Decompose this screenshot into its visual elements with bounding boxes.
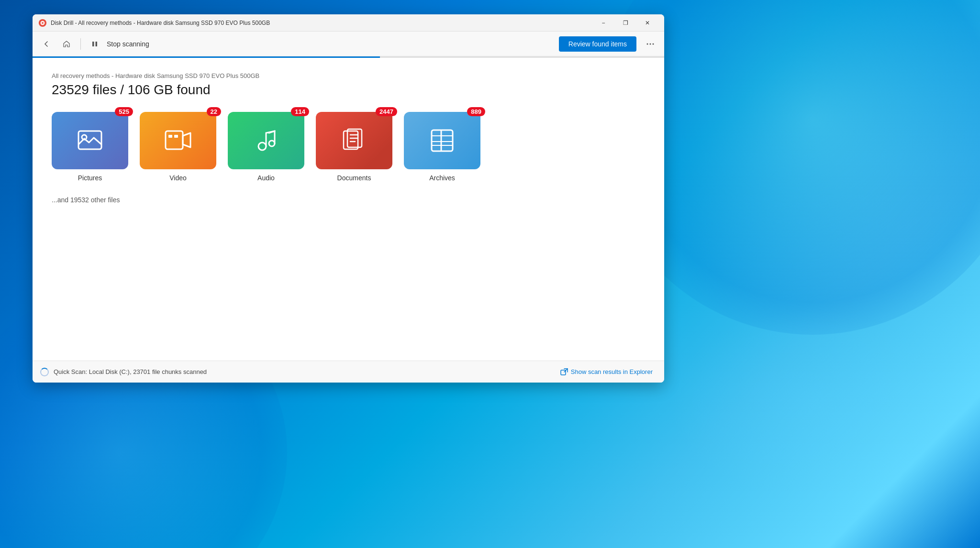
pause-button[interactable] xyxy=(87,36,103,52)
swirl-decoration-2 xyxy=(669,309,956,500)
svg-rect-20 xyxy=(432,130,453,151)
show-in-explorer-button[interactable]: Show scan results in Explorer xyxy=(557,366,657,378)
video-icon xyxy=(164,126,192,155)
toolbar: Stop scanning Review found items xyxy=(33,32,664,56)
svg-rect-3 xyxy=(92,42,94,46)
scanning-spinner xyxy=(40,368,49,376)
files-found-title: 23529 files / 106 GB found xyxy=(52,82,645,98)
window-controls: − ❐ ✕ xyxy=(592,14,658,32)
category-card-video[interactable]: 22 Video xyxy=(140,112,216,182)
scan-subtitle: All recovery methods - Hardware disk Sam… xyxy=(52,72,645,79)
pictures-icon-wrapper: 525 xyxy=(52,112,128,169)
category-card-audio[interactable]: 114 Audio xyxy=(228,112,304,182)
category-card-documents[interactable]: 2447 Documents xyxy=(316,112,392,182)
archives-badge: 889 xyxy=(467,107,485,116)
close-button[interactable]: ✕ xyxy=(636,14,658,32)
audio-icon-wrapper: 114 xyxy=(228,112,304,169)
external-link-icon xyxy=(560,368,568,376)
archives-icon xyxy=(428,126,457,155)
svg-point-6 xyxy=(650,43,651,44)
restore-button[interactable]: ❐ xyxy=(614,14,636,32)
svg-point-7 xyxy=(653,43,654,44)
more-options-button[interactable] xyxy=(642,36,658,52)
category-card-pictures[interactable]: 525 Pictures xyxy=(52,112,128,182)
main-content: All recovery methods - Hardware disk Sam… xyxy=(33,58,664,361)
back-button[interactable] xyxy=(38,36,55,52)
svg-point-5 xyxy=(647,43,648,44)
title-bar: Disk Drill - All recovery methods - Hard… xyxy=(33,14,664,32)
svg-point-13 xyxy=(258,142,266,150)
video-icon-wrapper: 22 xyxy=(140,112,216,169)
show-in-explorer-label: Show scan results in Explorer xyxy=(571,368,653,375)
home-button[interactable] xyxy=(58,36,75,52)
minimize-button[interactable]: − xyxy=(592,14,614,32)
category-card-archives[interactable]: 889 Archives xyxy=(404,112,480,182)
audio-badge: 114 xyxy=(291,107,309,116)
archives-icon-wrapper: 889 xyxy=(404,112,480,169)
categories-container: 525 Pictures 22 Video xyxy=(52,112,645,182)
pictures-badge: 525 xyxy=(115,107,133,116)
review-found-items-button[interactable]: Review found items xyxy=(559,36,636,52)
svg-point-14 xyxy=(269,141,275,146)
documents-badge: 2447 xyxy=(376,107,397,116)
svg-rect-10 xyxy=(166,131,183,149)
other-files-text: ...and 19532 other files xyxy=(52,196,645,204)
documents-label: Documents xyxy=(337,174,371,182)
pictures-label: Pictures xyxy=(78,174,102,182)
svg-rect-12 xyxy=(174,135,178,138)
audio-label: Audio xyxy=(257,174,275,182)
app-window: Disk Drill - All recovery methods - Hard… xyxy=(33,14,664,383)
window-title: Disk Drill - All recovery methods - Hard… xyxy=(51,20,592,26)
documents-icon xyxy=(340,126,368,155)
disk-drill-icon xyxy=(38,19,47,27)
svg-rect-4 xyxy=(96,42,98,46)
status-bar: Quick Scan: Local Disk (C:), 23701 file … xyxy=(33,361,664,383)
archives-label: Archives xyxy=(429,174,455,182)
scanning-label: Stop scanning xyxy=(107,40,555,48)
documents-icon-wrapper: 2447 xyxy=(316,112,392,169)
status-text: Quick Scan: Local Disk (C:), 23701 file … xyxy=(54,368,557,375)
picture-icon xyxy=(76,126,104,155)
video-label: Video xyxy=(169,174,187,182)
audio-icon xyxy=(252,126,280,155)
svg-rect-11 xyxy=(168,135,172,138)
svg-point-2 xyxy=(42,22,44,24)
toolbar-divider xyxy=(80,38,81,50)
svg-rect-15 xyxy=(344,131,358,149)
video-badge: 22 xyxy=(207,107,221,116)
